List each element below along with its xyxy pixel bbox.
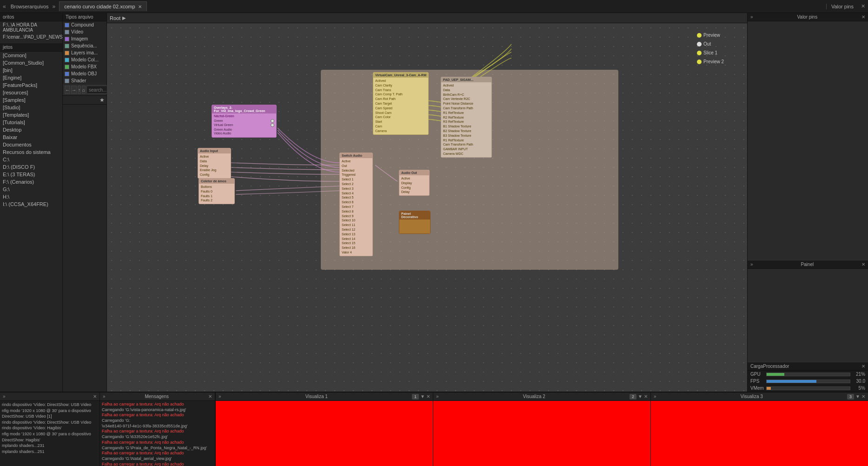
node-audio-input-header: Audio Input <box>198 148 231 153</box>
viewer3-arrows: » <box>654 394 656 399</box>
jetos-item-18[interactable]: G:\ <box>0 186 62 193</box>
file-type-layers[interactable]: Layers ima... <box>63 49 106 56</box>
jetos-item-1[interactable]: [Common_Studio] <box>0 59 62 67</box>
node-audio-out[interactable]: Audio Out ActiveDisplayConfigDelay <box>399 170 430 196</box>
jetos-item-2[interactable]: [bin] <box>0 67 62 74</box>
file-type-modelo-obj[interactable]: Modelo OBJ <box>63 70 106 77</box>
log-panel-close[interactable]: ✕ <box>93 394 97 399</box>
viewer2-dropdown-icon[interactable]: ▼ <box>638 394 643 399</box>
viewer-panel-3: » Visualiza 3 3 ▼ ✕ <box>650 393 868 466</box>
node-switch-audio-body: ActiveOutSelectedTriggered Select 1Selec… <box>340 158 372 256</box>
modelo-obj-color-dot <box>65 72 69 76</box>
jetos-item-9[interactable]: [Tutorials] <box>0 119 62 126</box>
msg-11: Falha ao carregar a textura: Arq não ach… <box>102 462 213 466</box>
node-coletor-header: Coletor de ámos <box>199 179 234 184</box>
carga-title: CargaProcessador <box>750 364 789 369</box>
node-coletor[interactable]: Coletor de ámos ButtonsFaults 0Faults 1F… <box>199 178 235 204</box>
valor-pins-header-close[interactable]: ✕ <box>861 14 865 20</box>
star-icon[interactable]: ★ <box>99 97 105 103</box>
file-type-imagem[interactable]: Imagem <box>63 35 106 42</box>
jetos-item-4[interactable]: [FeaturePacks] <box>0 81 62 89</box>
favorites-label: oritos <box>0 13 62 21</box>
painel-header-title: Painel <box>801 262 814 267</box>
node-audio-out-body: ActiveDisplayConfigDelay <box>399 175 429 195</box>
nav-back-btn[interactable]: ← <box>65 86 70 94</box>
carga-vmem-bar-fill <box>767 387 771 390</box>
jetos-item-6[interactable]: [Samples] <box>0 96 62 104</box>
msg-5: Falha ao carregar a textura: Arq não ach… <box>102 429 213 434</box>
node-switch-audio[interactable]: Switch Audio ActiveOutSelectedTriggered … <box>339 153 373 256</box>
bottom-viewer-area: » Visualiza 1 1 ▼ ✕ » Visualiza 2 2 <box>215 393 868 466</box>
file-type-video[interactable]: Vídeo <box>63 28 106 35</box>
log-line-6: DirectShow: Hagibis' <box>2 437 98 443</box>
jetos-item-16[interactable]: E:\ (3 TERAS) <box>0 171 62 178</box>
jetos-item-8[interactable]: [Templates] <box>0 111 62 119</box>
node-overlays-title: Overlays_2-For_Vid_Ima_logo_Crowd_Green <box>214 106 274 113</box>
jetos-item-14[interactable]: C:\ <box>0 156 62 163</box>
jetos-item-3[interactable]: [Engine] <box>0 74 62 81</box>
tab-close-icon[interactable]: ✕ <box>138 4 142 9</box>
jetos-item-10[interactable]: Desktop <box>0 126 62 133</box>
painel-header-close[interactable]: ✕ <box>861 262 865 267</box>
top-bar-arrows-left[interactable]: « <box>0 3 9 10</box>
jetos-item-12[interactable]: Documentos <box>0 141 62 148</box>
node-pad[interactable]: PAD_UEP_SIGAM... Actived DataBirthCam R+… <box>441 77 492 158</box>
msg-1: Carregando 'G:\vista-panoramica-natal-rs… <box>102 407 213 413</box>
log-line-4: rindo dispositivo 'Vídeo: Hagibis' <box>2 425 98 431</box>
jetos-item-11[interactable]: Baixar <box>0 133 62 141</box>
layers-label: Layers ima... <box>71 50 98 55</box>
viewer2-content <box>433 401 650 466</box>
jetos-item-17[interactable]: F:\ (Cenarios) <box>0 178 62 186</box>
imagem-label: Imagem <box>71 36 88 41</box>
jetos-item-15[interactable]: D:\ (DISCO F) <box>0 163 62 171</box>
msg-8: Carregando 'G:\Praia_de_Ponta_Negra_Nata… <box>102 446 213 451</box>
top-bar-arrows-right[interactable]: » <box>51 3 58 10</box>
viewer3-badge: 3 <box>847 394 854 399</box>
jetos-item-0[interactable]: [Common] <box>0 52 62 59</box>
file-type-modelo-fbx[interactable]: Modelo FBX <box>63 63 106 70</box>
file-type-sequencia[interactable]: Sequência... <box>63 42 106 49</box>
jetos-item-13[interactable]: Recursos do sistema <box>0 148 62 156</box>
node-painel-deco-title: Painel Decorativo <box>401 212 428 219</box>
node-switch-audio-title: Switch Audio <box>342 154 362 157</box>
node-audio-input[interactable]: Audio Input ActiveDataDelayEnable JogCon… <box>198 148 231 179</box>
right-panel: » Valor pins ✕ » Painel ✕ CargaProcessad… <box>747 13 868 392</box>
nav-home-btn[interactable]: ⌂ <box>82 86 86 94</box>
msg-0: Falha ao carregar a textura: Arq não ach… <box>102 402 213 407</box>
valor-pins-close-icon[interactable]: ✕ <box>858 3 868 9</box>
node-overlays[interactable]: Overlays_2-For_Vid_Ima_logo_Crowd_Green … <box>212 105 277 138</box>
file-type-modelo-col[interactable]: Modelo Col... <box>63 56 106 63</box>
node-overlays-header: Overlays_2-For_Vid_Ima_logo_Crowd_Green <box>212 105 276 113</box>
preview-dot-1 <box>697 42 702 47</box>
preview-dot-0 <box>697 33 702 38</box>
jetos-item-20[interactable]: I:\ (CCSA_X64FRE) <box>0 200 62 208</box>
carga-close-icon[interactable]: ✕ <box>861 364 865 369</box>
viewer3-title: Visualiza 3 <box>741 394 763 399</box>
active-tab[interactable]: cenario curvo cidade 02.xcomp ✕ <box>59 1 146 11</box>
ol-port-in3: Green Audio <box>214 128 232 131</box>
file-type-shader[interactable]: Shader <box>63 77 106 84</box>
viewer3-close-icon[interactable]: ✕ <box>861 394 865 399</box>
msg-10: Carregando 'G:\Natal_aerial_view.jpg' <box>102 456 213 462</box>
node-painel-deco[interactable]: Painel Decorativo <box>399 211 431 234</box>
viewer1-dropdown-icon[interactable]: ▼ <box>420 394 425 399</box>
node-switch-audio-ports: ActiveOutSelectedTriggered Select 1Selec… <box>342 159 371 255</box>
nav-up-btn[interactable]: ↑ <box>78 86 81 94</box>
jetos-item-5[interactable]: [resources] <box>0 89 62 96</box>
favorite-item-0[interactable]: F:\..\A HORA DA AMBULANCIA <box>0 21 62 33</box>
file-type-compound[interactable]: Compound <box>63 21 106 28</box>
messages-panel-close[interactable]: ✕ <box>208 394 212 399</box>
canvas-body[interactable]: Preview Out Slice 1 Preview 2 Ove <box>107 23 747 392</box>
viewer1-close-icon[interactable]: ✕ <box>426 394 430 399</box>
ol-port-out2 <box>271 123 274 127</box>
node-virtual[interactable]: VirtualCam_Unreal_3-Cam_A-RM ActivedCam … <box>373 72 429 135</box>
jetos-item-19[interactable]: H:\ <box>0 193 62 200</box>
canvas-toolbar: Root ▶ <box>107 13 747 23</box>
favorite-item-1[interactable]: F:\cenar...\PAD_UEP_NEWS_19 <box>0 33 62 40</box>
viewer3-dropdown-icon[interactable]: ▼ <box>855 394 860 399</box>
node-pad-ports: Actived DataBirthCam R+C Cam Vertexte R2… <box>443 83 490 156</box>
preview-label-row-3: Preview 2 <box>697 59 724 64</box>
jetos-item-7[interactable]: [Studio] <box>0 104 62 111</box>
nav-forward-btn[interactable]: → <box>71 86 77 94</box>
viewer2-close-icon[interactable]: ✕ <box>644 394 648 399</box>
